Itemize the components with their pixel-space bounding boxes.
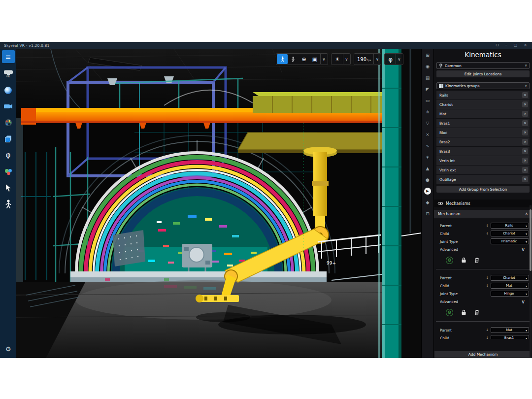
palette-icon[interactable] bbox=[2, 117, 14, 128]
strip-hierarchy-icon[interactable]: ⋔ bbox=[424, 108, 431, 115]
child-select[interactable]: Mat▾ bbox=[491, 283, 529, 289]
layers-icon[interactable] bbox=[2, 133, 14, 144]
phi-tool-icon[interactable]: φ bbox=[385, 56, 396, 63]
group-row[interactable]: Bras3× bbox=[436, 147, 530, 156]
remove-group-button[interactable]: × bbox=[522, 101, 528, 107]
strip-avatars-icon[interactable]: ◉ bbox=[424, 63, 431, 70]
remove-group-button[interactable]: × bbox=[522, 92, 528, 98]
group-row[interactable]: Bloc× bbox=[436, 128, 530, 137]
avatar-icon[interactable] bbox=[2, 199, 14, 209]
configure-joint-button[interactable]: ⚙ bbox=[446, 257, 453, 264]
pick-parent-icon[interactable]: ↓ bbox=[486, 328, 489, 332]
brightness-chevron-icon[interactable]: ∨ bbox=[343, 54, 350, 64]
collapse-chevron-icon[interactable]: ∧ bbox=[525, 211, 528, 216]
strip-pointer-icon[interactable]: ◤ bbox=[424, 86, 431, 93]
remove-group-button[interactable]: × bbox=[522, 167, 528, 173]
mechanism-section-header[interactable]: Mechanism ∧ bbox=[434, 210, 532, 218]
strip-filter-icon[interactable]: ▽ bbox=[424, 120, 431, 127]
lock-icon[interactable] bbox=[461, 257, 466, 263]
remove-group-button[interactable]: × bbox=[522, 139, 528, 145]
titlebar[interactable]: Skyreal VR - v1.20.0.81 ⊟ – ▢ × bbox=[0, 42, 532, 49]
menu-icon[interactable]: ≡ bbox=[2, 50, 15, 63]
remove-group-button[interactable]: × bbox=[522, 158, 528, 164]
joint-type-select[interactable]: Hinge▾ bbox=[491, 291, 529, 297]
strip-sphere-icon[interactable]: ● bbox=[424, 176, 431, 183]
delete-mechanism-icon[interactable] bbox=[474, 309, 479, 315]
window-minimize-button[interactable]: – bbox=[505, 42, 507, 49]
common-select-value: Common bbox=[445, 64, 462, 68]
vr-mode-icon[interactable]: VR bbox=[2, 68, 14, 79]
window-close-button[interactable]: × bbox=[524, 42, 527, 49]
panel-scrollbar[interactable] bbox=[530, 205, 532, 357]
strip-marquee-icon[interactable]: ▭ bbox=[424, 97, 431, 104]
remove-group-button[interactable]: × bbox=[522, 176, 528, 182]
advanced-toggle[interactable]: Advanced∨ bbox=[437, 246, 529, 253]
strip-spark-icon[interactable]: ∗ bbox=[424, 154, 431, 161]
window-maximize-button[interactable]: ▢ bbox=[514, 42, 518, 49]
group-row[interactable]: Rails× bbox=[436, 91, 530, 100]
group-row[interactable]: Chariot× bbox=[436, 100, 530, 109]
select-arrow-icon: ▾ bbox=[526, 329, 527, 332]
nav-tools-chevron-icon[interactable]: ∨ bbox=[320, 54, 327, 64]
strip-walker-icon[interactable]: ◆ bbox=[424, 199, 431, 206]
pick-child-icon[interactable]: ↓ bbox=[486, 284, 489, 288]
remove-group-button[interactable]: × bbox=[522, 120, 528, 126]
strip-wave-icon[interactable]: ∿ bbox=[424, 142, 431, 149]
edit-joints-button[interactable]: Edit Joints Locations bbox=[436, 70, 530, 77]
strip-grid-icon[interactable]: ⊞ bbox=[424, 52, 431, 59]
parent-select[interactable]: Mat▾ bbox=[491, 327, 529, 333]
group-row[interactable]: Mat× bbox=[436, 109, 530, 118]
pick-parent-icon[interactable]: ↓ bbox=[486, 224, 489, 228]
strip-play-icon[interactable]: ▶ bbox=[424, 188, 431, 195]
remove-group-button[interactable]: × bbox=[522, 111, 528, 117]
kinematics-groups-select[interactable]: Kinematics groups ∨ bbox=[436, 82, 530, 89]
select-arrow-icon: ▾ bbox=[526, 336, 527, 339]
group-row[interactable]: Bras2× bbox=[436, 137, 530, 146]
parent-select[interactable]: Chariot▾ bbox=[491, 275, 529, 281]
walk-mode-button[interactable] bbox=[277, 54, 288, 64]
select-cursor-icon[interactable] bbox=[2, 182, 14, 193]
material-sphere-icon[interactable] bbox=[2, 85, 14, 96]
chain-link-icon bbox=[437, 201, 443, 205]
scrollbar-thumb[interactable] bbox=[530, 209, 532, 271]
phi-tools-icon[interactable]: φ bbox=[2, 150, 14, 161]
child-select[interactable]: Chariot▾ bbox=[491, 231, 529, 236]
phi-chevron-icon[interactable]: ∨ bbox=[396, 54, 402, 64]
joint-type-select[interactable]: Prismatic▾ bbox=[491, 238, 529, 244]
strip-cut-icon[interactable]: × bbox=[424, 131, 431, 138]
viewport-3d[interactable]: ⊕ ▣ ∨ ☀ ∨ 190 fps ∨ φ ∨ bbox=[16, 49, 421, 358]
remove-group-button[interactable]: × bbox=[522, 130, 528, 135]
common-select[interactable]: Common ∨ bbox=[436, 62, 530, 69]
group-row[interactable]: Verin ext× bbox=[436, 166, 530, 174]
remove-group-button[interactable]: × bbox=[522, 148, 528, 154]
strip-capture-icon[interactable]: ⊡ bbox=[424, 210, 431, 217]
fps-chevron-icon[interactable]: ∨ bbox=[373, 54, 380, 64]
fps-unit: fps bbox=[367, 59, 371, 62]
settings-gear-icon[interactable]: ⚙ bbox=[2, 343, 14, 354]
target-button[interactable]: ⊕ bbox=[299, 54, 309, 64]
pick-child-icon[interactable]: ↓ bbox=[486, 336, 489, 339]
right-icon-strip: ⊞ ◉ ▤ ◤ ▭ ⋔ ▽ × ∿ ∗ ▲ ● ▶ ◆ ⊡ bbox=[421, 49, 433, 358]
select-arrow-icon: ▾ bbox=[526, 292, 527, 296]
strip-clipboard-icon[interactable]: ▤ bbox=[424, 74, 431, 81]
brightness-sun-icon[interactable]: ☀ bbox=[332, 54, 343, 64]
lock-icon[interactable] bbox=[461, 309, 466, 315]
pick-parent-icon[interactable]: ↓ bbox=[486, 276, 489, 280]
strip-terrain-icon[interactable]: ▲ bbox=[424, 165, 431, 172]
window-pin-button[interactable]: ⊟ bbox=[496, 42, 499, 49]
delete-mechanism-icon[interactable] bbox=[474, 257, 479, 263]
add-mechanism-button[interactable]: Add Mechanism bbox=[434, 351, 532, 358]
frame-view-button[interactable]: ▣ bbox=[309, 54, 320, 64]
group-row[interactable]: Bras1× bbox=[436, 119, 530, 128]
pick-child-icon[interactable]: ↓ bbox=[486, 232, 489, 235]
group-row[interactable]: Verin int× bbox=[436, 156, 530, 165]
configure-joint-button[interactable]: ⚙ bbox=[446, 309, 453, 316]
stand-mode-button[interactable] bbox=[288, 54, 299, 64]
parent-select[interactable]: Rails▾ bbox=[491, 223, 529, 229]
child-select[interactable]: Bras1▾ bbox=[491, 335, 529, 339]
camera-icon[interactable] bbox=[2, 101, 14, 112]
add-group-button[interactable]: Add Group From Selection bbox=[436, 186, 530, 193]
physics-spheres-icon[interactable] bbox=[2, 166, 14, 177]
group-row[interactable]: Outillage× bbox=[436, 175, 530, 184]
advanced-toggle[interactable]: Advanced∨ bbox=[437, 298, 529, 305]
